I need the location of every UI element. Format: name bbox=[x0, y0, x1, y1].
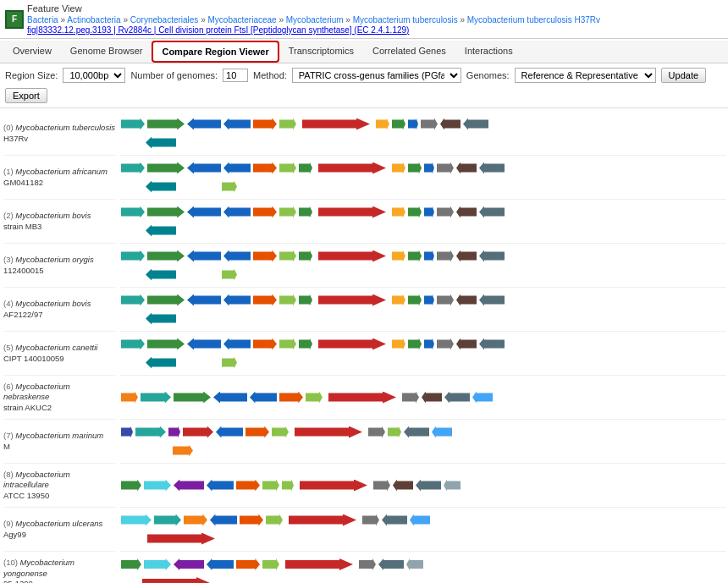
tab-transcriptomics[interactable]: Transcriptomics bbox=[279, 41, 363, 63]
gene-8-t10[interactable] bbox=[393, 479, 413, 492]
gene-9-t1[interactable]: 18 bbox=[121, 514, 152, 527]
method-select[interactable]: PATRIC cross-genus families (PGfams) bbox=[292, 68, 461, 83]
gene-0-t11[interactable] bbox=[421, 118, 438, 131]
gene-7-t6[interactable] bbox=[245, 426, 269, 439]
gene-9-t6[interactable]: 3 bbox=[266, 514, 283, 527]
gene-3-t12[interactable]: 9 bbox=[437, 250, 454, 263]
gene-10-t1[interactable]: 8 bbox=[121, 558, 141, 571]
gene-4-t12[interactable]: 9 bbox=[437, 294, 454, 307]
gene-5-t5[interactable] bbox=[253, 338, 277, 351]
gene-5-b1[interactable]: 10 bbox=[146, 356, 176, 370]
gene-0-t1[interactable] bbox=[121, 118, 145, 131]
gene-10-b1[interactable] bbox=[142, 576, 210, 583]
gene-2-t13[interactable] bbox=[456, 206, 477, 219]
gene-5-t13[interactable] bbox=[456, 338, 477, 351]
gene-3-b1[interactable]: 10 bbox=[146, 268, 176, 282]
gene-4-t7[interactable]: 13 bbox=[299, 294, 312, 307]
gene-1-t14[interactable]: 11 bbox=[479, 162, 505, 175]
gene-9-t9[interactable]: 11 bbox=[382, 514, 407, 527]
gene-8-t6[interactable]: 3 bbox=[262, 479, 279, 492]
gene-3-t14[interactable]: 11 bbox=[479, 250, 505, 263]
gene-5-t6[interactable]: 3 bbox=[279, 338, 296, 351]
breadcrumb-h37rv[interactable]: Mycobacterium tuberculosis H37Rv bbox=[467, 15, 600, 25]
gene-2-t3[interactable] bbox=[187, 206, 221, 219]
breadcrumb-bacteria[interactable]: Bacteria bbox=[27, 15, 58, 25]
gene-6-t5[interactable]: 4 bbox=[250, 391, 277, 404]
num-genomes-input[interactable] bbox=[223, 69, 248, 82]
gene-7-t10[interactable] bbox=[388, 426, 401, 439]
gene-9-t2[interactable]: 10 bbox=[154, 514, 181, 527]
gene-6-t11[interactable]: 11 bbox=[444, 391, 470, 404]
gene-4-t4[interactable]: 4 bbox=[223, 294, 251, 307]
gene-5-t11[interactable]: 7 bbox=[424, 338, 434, 351]
gene-5-t14[interactable]: 11 bbox=[479, 338, 505, 351]
gene-10-t3[interactable]: 14 bbox=[174, 558, 204, 571]
gene-7-t12[interactable]: 19 bbox=[432, 426, 452, 439]
gene-6-t8[interactable] bbox=[328, 391, 396, 404]
gene-3-t9[interactable]: 5 bbox=[392, 250, 405, 263]
gene-8-t2[interactable]: 15 bbox=[144, 479, 171, 492]
gene-1-t2[interactable]: 8 bbox=[147, 162, 185, 175]
gene-1-t12[interactable]: 9 bbox=[437, 162, 454, 175]
gene-0-t9[interactable] bbox=[392, 118, 405, 131]
gene-10-t6[interactable]: 3 bbox=[262, 558, 279, 571]
gene-2-t8[interactable]: 1 bbox=[318, 206, 386, 219]
gene-3-b2[interactable]: 2 bbox=[222, 268, 237, 282]
gene-7-t5[interactable]: 4 bbox=[216, 426, 243, 439]
gene-1-t9[interactable]: 5 bbox=[392, 162, 405, 175]
feature-link-anchor[interactable]: fig|83332.12.peg.3193 | Rv2884c | Cell d… bbox=[27, 25, 409, 35]
gene-2-t6[interactable]: 3 bbox=[279, 206, 296, 219]
gene-5-t7[interactable]: 13 bbox=[299, 338, 312, 351]
gene-4-b1[interactable]: 10 bbox=[146, 312, 176, 326]
gene-2-t12[interactable]: 9 bbox=[437, 206, 454, 219]
gene-7-t8[interactable] bbox=[295, 426, 362, 439]
tab-genome-browser[interactable]: Genome Browser bbox=[61, 41, 152, 63]
gene-8-t9[interactable]: 9 bbox=[373, 479, 390, 492]
gene-2-t1[interactable] bbox=[121, 206, 145, 219]
gene-0-t3[interactable]: 10 bbox=[187, 118, 221, 131]
gene-6-t2[interactable]: 10 bbox=[141, 391, 171, 404]
gene-1-t3[interactable] bbox=[187, 162, 221, 175]
gene-4-t10[interactable]: 6 bbox=[408, 294, 422, 307]
gene-6-t9[interactable]: 9 bbox=[402, 391, 419, 404]
gene-3-t11[interactable]: 7 bbox=[424, 250, 434, 263]
gene-7-t4[interactable]: 17 bbox=[183, 426, 213, 439]
gene-9-t8[interactable]: 9 bbox=[362, 514, 379, 527]
gene-0-t8[interactable] bbox=[376, 118, 389, 131]
breadcrumb-mtb[interactable]: Mycobacterium tuberculosis bbox=[353, 15, 458, 25]
gene-3-t10[interactable]: 6 bbox=[408, 250, 422, 263]
export-button[interactable]: Export bbox=[5, 88, 47, 103]
gene-2-t2[interactable]: 8 bbox=[147, 206, 185, 219]
breadcrumb-actinobacteria[interactable]: Actinobacteria bbox=[67, 15, 120, 25]
gene-1-t13[interactable] bbox=[456, 162, 477, 175]
gene-1-t1[interactable] bbox=[121, 162, 145, 175]
gene-1-t10[interactable]: 6 bbox=[408, 162, 422, 175]
gene-0-b1[interactable]: 10 bbox=[146, 136, 176, 150]
gene-5-t12[interactable]: 9 bbox=[437, 338, 454, 351]
gene-3-t8[interactable] bbox=[318, 250, 386, 263]
gene-8-t7[interactable]: 1 bbox=[282, 479, 294, 492]
gene-5-t10[interactable]: 6 bbox=[408, 338, 422, 351]
gene-0-t10[interactable] bbox=[408, 118, 418, 131]
gene-4-t13[interactable] bbox=[456, 294, 477, 307]
gene-4-t11[interactable]: 7 bbox=[424, 294, 434, 307]
gene-8-t8[interactable] bbox=[300, 479, 367, 492]
gene-8-t4[interactable]: 4 bbox=[207, 479, 234, 492]
gene-8-t3[interactable]: 14 bbox=[174, 479, 204, 492]
gene-6-t6[interactable] bbox=[279, 391, 303, 404]
gene-2-t9[interactable]: 5 bbox=[392, 206, 405, 219]
gene-7-t11[interactable]: 11 bbox=[404, 426, 429, 439]
gene-7-t7[interactable]: 3 bbox=[272, 426, 289, 439]
gene-5-t3[interactable] bbox=[187, 338, 221, 351]
gene-10-t8[interactable]: 9 bbox=[359, 558, 376, 571]
gene-9-t7[interactable] bbox=[289, 514, 356, 527]
region-size-select[interactable]: 10,000bp 5,000bp 20,000bp bbox=[63, 68, 125, 83]
gene-3-t3[interactable] bbox=[187, 250, 221, 263]
gene-9-t4[interactable]: 4 bbox=[210, 514, 237, 527]
gene-10-t5[interactable] bbox=[236, 558, 260, 571]
gene-8-t12[interactable] bbox=[444, 479, 461, 492]
gene-7-t3[interactable] bbox=[168, 426, 180, 439]
gene-10-t2[interactable]: 15 bbox=[144, 558, 171, 571]
breadcrumb-corynebacteriales[interactable]: Corynebacteriales bbox=[130, 15, 199, 25]
gene-7-t2[interactable]: 18 bbox=[135, 426, 166, 439]
